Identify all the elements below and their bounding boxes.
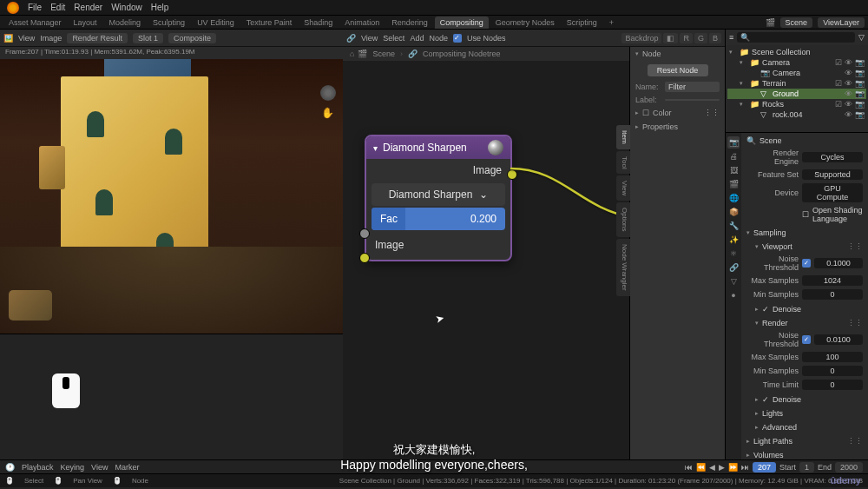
comp-menu-node[interactable]: Node [429,34,448,43]
menu-file[interactable]: File [28,3,42,12]
viewlayer-selector[interactable]: ViewLayer [818,17,865,28]
ws-compositing[interactable]: Compositing [435,17,489,29]
scene-selector[interactable]: Scene [780,17,813,28]
ws-asset-manager[interactable]: Asset Manager [3,17,67,29]
current-frame[interactable]: 207 [753,462,776,472]
start-frame[interactable]: 1 [799,462,814,472]
outliner-search[interactable]: 🔍 [737,32,855,43]
ws-layout[interactable]: Layout [69,17,102,29]
ws-rendering[interactable]: Rendering [386,17,433,29]
input-image-socket[interactable] [359,253,370,263]
time-limit-value[interactable]: 0 [802,380,863,390]
backdrop-toggle[interactable]: Backdrop [621,33,661,43]
output-image-socket[interactable] [507,169,517,180]
collapse-icon[interactable]: ▾ [373,143,378,153]
render-viewport[interactable]: ✋ [0,59,343,334]
section-r-denoise[interactable]: ▸✓Denoise [743,393,866,406]
channel-b[interactable]: B [709,33,721,43]
tl-marker[interactable]: Marker [115,463,139,472]
channel-combined-icon[interactable]: ◧ [663,33,678,43]
end-frame[interactable]: 2000 [835,462,863,472]
vp-max-samples[interactable]: 1024 [802,275,863,286]
filter-icon[interactable]: ▽ [858,33,865,42]
menu-edit[interactable]: Edit [50,3,65,12]
vtab-view[interactable]: View [616,175,630,201]
filter-node[interactable]: ▾ Diamond Sharpen Image Diamond Sharpen … [365,135,512,261]
comp-menu-select[interactable]: Select [383,34,404,43]
vp-min-samples[interactable]: 0 [802,289,863,300]
section-light-paths[interactable]: ▸Light Paths⋮⋮ [743,435,866,447]
outliner-terrain[interactable]: ▾📁Terrain☑👁📷 [727,78,866,89]
tab-scene[interactable]: 🎬 [727,178,740,190]
channel-r[interactable]: R [680,33,693,43]
ws-modeling[interactable]: Modeling [104,17,147,29]
section-advanced[interactable]: ▸Advanced [743,421,866,433]
next-keyframe-icon[interactable]: ⏩ [728,463,738,472]
name-field[interactable]: Filter [665,82,720,92]
input-fac-socket[interactable] [359,228,370,239]
channel-g[interactable]: G [694,33,707,43]
noise-threshold-checkbox[interactable]: ✓ [802,259,811,268]
feature-set-dropdown[interactable]: Supported [802,169,863,180]
breadcrumb-tree[interactable]: Compositing Nodetree [423,50,501,58]
menu-window[interactable]: Window [111,3,142,12]
vtab-node-wrangler[interactable]: Node Wrangler [616,239,630,296]
section-render[interactable]: ▾Render⋮⋮ [743,317,866,329]
panel-node-header[interactable]: ▾Node [630,47,725,61]
r-max-samples[interactable]: 100 [802,352,863,362]
ws-sculpting[interactable]: Sculpting [148,17,190,29]
tab-modifier[interactable]: 🔧 [727,220,740,232]
panel-color[interactable]: ▸☐Color⋮⋮ [630,106,725,120]
menu-help[interactable]: Help [151,3,169,12]
use-nodes-checkbox[interactable]: ✓ [453,34,462,43]
render-engine-dropdown[interactable]: Cycles [802,152,863,162]
tl-view[interactable]: View [91,463,108,472]
tab-physics[interactable]: ⚛ [727,248,740,260]
r-min-samples[interactable]: 0 [802,366,863,376]
jump-end-icon[interactable]: ⏭ [741,463,749,472]
section-lights[interactable]: ▸Lights [743,407,866,420]
tl-playback[interactable]: Playback [22,463,54,472]
device-dropdown[interactable]: GPU Compute [802,183,863,202]
vp-noise-value[interactable]: 0.1000 [814,258,863,268]
tab-object[interactable]: 📦 [727,206,740,218]
ws-geometry-nodes[interactable]: Geometry Nodes [490,17,560,29]
tab-constraints[interactable]: 🔗 [727,261,740,274]
vtab-item[interactable]: Item [616,125,630,149]
comp-menu-add[interactable]: Add [410,34,424,43]
home-icon[interactable]: ⌂ [350,50,354,58]
menu-render[interactable]: Render [74,3,102,12]
label-field[interactable] [665,99,720,101]
filter-type-dropdown[interactable]: Diamond Sharpen ⌄ [372,183,505,206]
orbit-gizmo-icon[interactable] [320,85,336,101]
tab-world[interactable]: 🌐 [727,192,740,204]
fac-slider[interactable]: Fac 0.200 [372,208,505,230]
outliner-rock004[interactable]: ▽rock.004👁📷 [727,109,866,120]
prev-keyframe-icon[interactable]: ⏪ [696,463,706,472]
section-viewport[interactable]: ▾Viewport⋮⋮ [743,241,866,253]
osl-checkbox[interactable]: ☐ [802,210,809,219]
panel-properties[interactable]: ▸Properties [630,120,725,134]
ie-menu-view[interactable]: View [18,34,35,43]
vtab-tool[interactable]: Tool [616,151,630,175]
reset-node-button[interactable]: Reset Node [648,64,708,76]
section-sampling[interactable]: ▾Sampling [743,227,866,239]
section-volumes[interactable]: ▸Volumes [743,449,866,459]
tab-data[interactable]: ▽ [727,275,740,287]
breadcrumb-scene[interactable]: Scene [372,50,395,58]
tl-keying[interactable]: Keying [61,463,85,472]
node-header[interactable]: ▾ Diamond Sharpen [366,136,510,159]
ws-animation[interactable]: Animation [339,17,385,29]
editor-type-icon[interactable]: 🖼️ [3,34,13,43]
outliner-scene-collection[interactable]: ▾📁Scene Collection [727,47,866,57]
slot-selector[interactable]: Slot 1 [133,33,163,43]
ie-menu-image[interactable]: Image [40,34,62,43]
r-noise-value[interactable]: 0.0100 [814,334,863,345]
r-noise-checkbox[interactable]: ✓ [802,335,811,344]
tab-output[interactable]: 🖨 [727,150,740,162]
play-reverse-icon[interactable]: ◀ [709,463,715,472]
tab-render[interactable]: 📷 [727,136,740,149]
ws-texture-paint[interactable]: Texture Paint [241,17,298,29]
outliner-rocks[interactable]: ▾📁Rocks☑👁📷 [727,99,866,109]
ws-scripting[interactable]: Scripting [562,17,602,29]
